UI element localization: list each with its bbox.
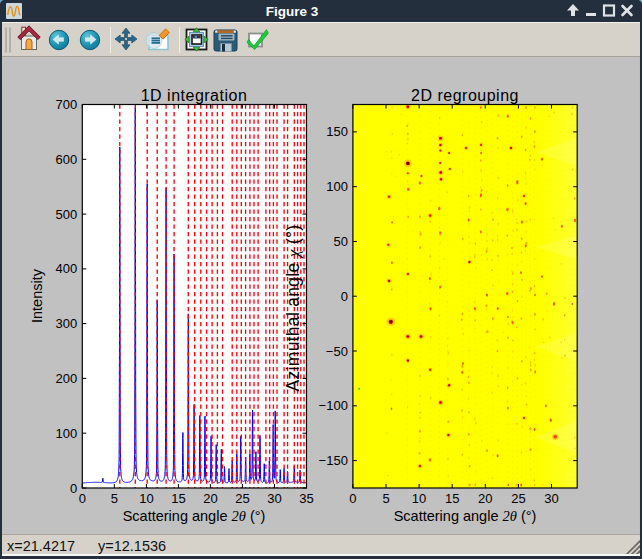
svg-text:−100: −100 <box>319 398 348 413</box>
svg-text:25: 25 <box>511 491 525 506</box>
svg-text:30: 30 <box>267 491 281 506</box>
svg-text:10: 10 <box>412 491 426 506</box>
svg-text:0: 0 <box>79 491 86 506</box>
svg-text:400: 400 <box>56 261 78 276</box>
svg-text:300: 300 <box>56 316 78 331</box>
svg-text:0: 0 <box>70 481 77 496</box>
svg-text:0: 0 <box>341 289 348 304</box>
svg-text:20: 20 <box>478 491 492 506</box>
svg-text:25: 25 <box>235 491 249 506</box>
svg-text:500: 500 <box>56 207 78 222</box>
svg-text:50: 50 <box>333 234 347 249</box>
svg-text:200: 200 <box>56 371 78 386</box>
svg-text:0: 0 <box>349 491 356 506</box>
svg-text:10: 10 <box>139 491 153 506</box>
svg-text:Azimuthal angle χ (°): Azimuthal angle χ (°) <box>283 225 303 392</box>
svg-text:700: 700 <box>56 97 78 112</box>
svg-text:30: 30 <box>544 491 558 506</box>
svg-text:5: 5 <box>111 491 118 506</box>
svg-text:600: 600 <box>56 152 78 167</box>
svg-text:2D regrouping: 2D regrouping <box>411 87 519 104</box>
svg-text:35: 35 <box>299 491 313 506</box>
svg-text:5: 5 <box>382 491 389 506</box>
svg-text:1D integration: 1D integration <box>141 87 248 104</box>
svg-text:100: 100 <box>56 426 78 441</box>
svg-text:20: 20 <box>203 491 217 506</box>
svg-text:−150: −150 <box>319 453 348 468</box>
svg-text:−50: −50 <box>326 344 348 359</box>
svg-text:Intensity: Intensity <box>29 268 45 323</box>
svg-text:15: 15 <box>445 491 459 506</box>
svg-text:15: 15 <box>171 491 185 506</box>
svg-text:100: 100 <box>326 179 348 194</box>
svg-text:Scattering angle 2θ (°): Scattering angle 2θ (°) <box>394 508 537 524</box>
svg-text:150: 150 <box>326 124 348 139</box>
svg-text:Scattering angle 2θ (°): Scattering angle 2θ (°) <box>123 508 266 524</box>
